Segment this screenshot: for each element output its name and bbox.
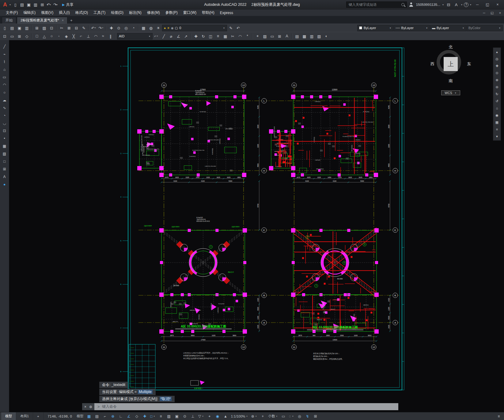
mtext[interactable]: A bbox=[283, 33, 290, 40]
design-center[interactable]: ▩ bbox=[301, 33, 308, 40]
isolate-objects[interactable]: ◎ bbox=[296, 413, 303, 420]
menu-item[interactable]: 窗口(W) bbox=[180, 9, 199, 16]
snap-endpoint[interactable]: □ bbox=[33, 33, 40, 40]
look[interactable]: ◉ bbox=[494, 112, 500, 118]
rotate[interactable]: ↻ bbox=[200, 33, 207, 40]
dynamic-input[interactable]: ⊕ bbox=[109, 413, 116, 420]
annotation-scale[interactable]: 1:1/100%▾ bbox=[230, 413, 249, 420]
snap-parallel[interactable]: ∥ bbox=[107, 33, 114, 40]
app-menu-caret-icon[interactable]: ▾ bbox=[9, 3, 11, 6]
units[interactable]: 小数▾ bbox=[267, 413, 279, 420]
undo[interactable]: ↶▾ bbox=[46, 1, 52, 8]
doc-minimize-button[interactable]: ─ bbox=[480, 9, 488, 16]
match-properties[interactable]: ✎ bbox=[80, 25, 87, 32]
snap-perpendicular[interactable]: ⊥ bbox=[85, 33, 92, 40]
search-box[interactable]: 键入关键字或短语 bbox=[346, 2, 407, 8]
close-button[interactable]: × bbox=[493, 0, 502, 9]
save-all[interactable]: ▥ bbox=[32, 1, 39, 8]
point[interactable]: • bbox=[1, 135, 8, 142]
restore-button[interactable]: ◱ bbox=[483, 0, 492, 9]
menu-item[interactable]: 帮助(H) bbox=[199, 9, 217, 16]
close-tab-icon[interactable]: × bbox=[62, 19, 64, 22]
menu-item[interactable]: 修改(M) bbox=[144, 9, 163, 16]
pan[interactable]: ✚ bbox=[494, 63, 500, 69]
dim-aligned[interactable]: ╱ bbox=[160, 33, 167, 40]
polar-tracking[interactable]: ∠ bbox=[125, 413, 132, 420]
redo[interactable]: ↷▾ bbox=[52, 1, 59, 8]
insert-block[interactable]: ⊡ bbox=[1, 33, 8, 40]
snap-tangent[interactable]: ◠ bbox=[92, 33, 99, 40]
menu-item[interactable]: 插入(I) bbox=[56, 9, 72, 16]
dim-linear[interactable]: ⌐▾ bbox=[153, 33, 160, 40]
explode[interactable]: * bbox=[244, 33, 251, 40]
qnew[interactable]: ▯ bbox=[1, 25, 8, 32]
app-store-icon[interactable]: ⊟ bbox=[445, 1, 452, 8]
snap-mode[interactable]: ▤ bbox=[93, 413, 100, 420]
compass-east[interactable]: 东 bbox=[467, 61, 471, 67]
command-input[interactable]: > 键入命令 bbox=[94, 403, 398, 410]
lineweight-display[interactable]: ≡ bbox=[157, 413, 165, 420]
layout-tab[interactable]: 模型 bbox=[1, 412, 16, 420]
selection-cycling[interactable]: ▣ bbox=[173, 413, 180, 420]
autocad-logo-icon[interactable]: A bbox=[2, 2, 8, 8]
model-space-toggle[interactable]: 模型 bbox=[75, 413, 85, 420]
multileader[interactable]: ↗ bbox=[182, 33, 189, 40]
isometric-drafting[interactable]: ◇ bbox=[133, 413, 140, 420]
user-caret-icon[interactable]: ▾ bbox=[442, 3, 444, 6]
zoom-extents[interactable]: ⊙ bbox=[494, 70, 500, 76]
customization[interactable]: ≡ bbox=[495, 413, 502, 420]
copy-clip[interactable]: ⊠ bbox=[66, 25, 73, 32]
layer-freeze[interactable]: ☀ bbox=[155, 25, 162, 32]
menu-item[interactable]: 参数(P) bbox=[163, 9, 180, 16]
help-icon[interactable]: ? bbox=[464, 2, 468, 7]
layer-properties-manager[interactable]: ▦ bbox=[140, 25, 147, 32]
render[interactable]: ◐ bbox=[323, 33, 330, 40]
orbit[interactable]: ↻ bbox=[494, 91, 500, 97]
hatch[interactable]: ▦ bbox=[1, 143, 8, 149]
snap-node[interactable]: ◦ bbox=[55, 33, 63, 40]
search-icon[interactable] bbox=[401, 3, 404, 6]
table[interactable]: ⊞ bbox=[276, 33, 283, 40]
snap-center[interactable]: ○ bbox=[48, 33, 55, 40]
doc-restore-button[interactable]: ◱ bbox=[488, 9, 496, 16]
point-cloud[interactable]: ● bbox=[1, 181, 8, 188]
menu-item[interactable]: 编辑(E) bbox=[21, 9, 38, 16]
file-tab[interactable]: 2标段预粉磨及废气处理*× bbox=[17, 17, 67, 24]
compass-north[interactable]: 北 bbox=[449, 44, 453, 50]
region[interactable]: □ bbox=[1, 158, 8, 165]
compass[interactable]: 上 北 南 西 东 bbox=[432, 45, 470, 83]
zoom-window[interactable]: ◎ bbox=[123, 25, 130, 32]
zoom-in[interactable]: ⊕ bbox=[494, 77, 500, 83]
fillet[interactable]: ◠ bbox=[237, 33, 244, 40]
cad-drawing[interactable]: 12345678N237-47/54-52-30KL4615(2) 300×70… bbox=[9, 40, 504, 412]
spline[interactable]: ∿ bbox=[1, 104, 8, 111]
drawing-canvas[interactable]: 12345678N237-47/54-52-30KL4615(2) 300×70… bbox=[9, 40, 504, 412]
new-tab-button[interactable]: + bbox=[68, 17, 75, 24]
make-object-layer-current[interactable]: ✎ bbox=[227, 25, 234, 32]
plotstyle-combo[interactable]: ByColor ▾ bbox=[467, 25, 503, 31]
layer-off[interactable]: ◍ bbox=[147, 25, 154, 32]
publish[interactable]: ⊡ bbox=[48, 25, 55, 32]
dynamic-ucs[interactable]: ⊥ bbox=[189, 413, 196, 420]
user-id[interactable]: 15059991135... bbox=[415, 3, 441, 6]
attach-xref[interactable]: ⊞ bbox=[16, 33, 23, 40]
gizmo[interactable]: ⌖ bbox=[206, 413, 213, 420]
menu-item[interactable]: 工具(T) bbox=[91, 9, 108, 16]
qnew[interactable]: ▯ bbox=[12, 1, 19, 8]
snap-quadrant[interactable]: ◈ bbox=[63, 33, 70, 40]
minimize-button[interactable]: ─ bbox=[473, 0, 482, 9]
clean-screen[interactable]: ⊞ bbox=[312, 413, 319, 420]
layer-previous[interactable]: ↶ bbox=[235, 25, 242, 32]
plot-preview[interactable]: ▨ bbox=[41, 25, 48, 32]
navbar-scroll-up[interactable]: ▴ bbox=[494, 49, 500, 55]
customize-command-icon[interactable]: ⊛ bbox=[89, 405, 92, 409]
paste-clip[interactable]: ⊟ bbox=[73, 25, 80, 32]
3d-object-snap[interactable]: ⊙ bbox=[181, 413, 188, 420]
insert-block[interactable]: ⊡ bbox=[1, 127, 8, 134]
annotation-visibility[interactable]: ◉ bbox=[214, 413, 221, 420]
pan-realtime[interactable]: ✚ bbox=[108, 25, 115, 32]
snap-extension[interactable]: ⌐ bbox=[78, 33, 85, 40]
mirror[interactable]: ◫ bbox=[207, 33, 214, 40]
dim-angular[interactable]: ∠ bbox=[175, 33, 182, 40]
grid-display[interactable]: ▦ bbox=[85, 413, 93, 420]
